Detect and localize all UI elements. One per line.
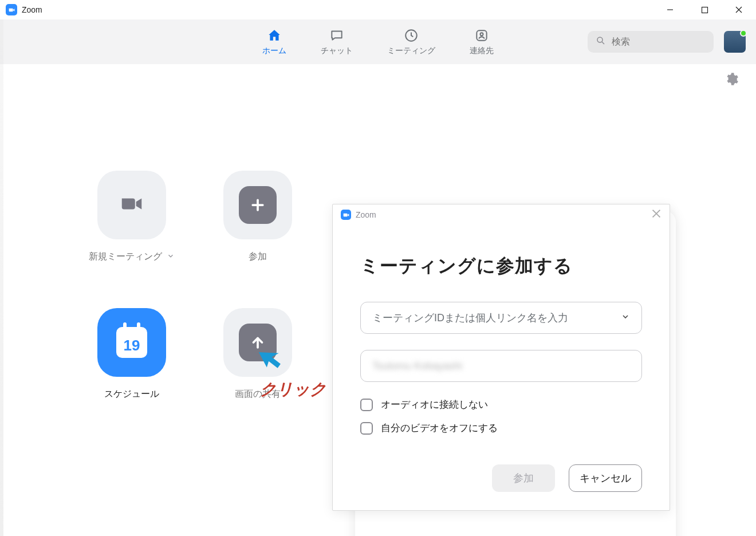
avatar[interactable] [724,31,746,53]
calendar-day: 19 [124,337,140,354]
svg-line-8 [602,42,604,44]
titlebar-title: Zoom [22,5,42,14]
schedule-button[interactable]: 19 [97,308,166,377]
chat-icon [329,27,344,44]
checkbox-no-audio[interactable]: オーディオに接続しない [360,398,642,411]
search-box[interactable] [588,31,714,53]
dialog-buttons: 参加 キャンセル [360,464,642,492]
join-button[interactable] [223,171,292,239]
zoom-logo-icon [6,4,17,15]
dialog-header: Zoom [333,204,670,225]
maximize-button[interactable] [687,0,722,19]
dialog-body: ミーティングに参加する ミーティングIDまたは個人リンク名を入力 Tsutomu… [333,225,670,492]
plus-icon [239,186,277,224]
svg-rect-1 [702,7,707,13]
navbar: ホーム チャット ミーティング 連絡先 [0,19,756,64]
settings-row [0,64,756,96]
home-icon [267,27,282,44]
tab-label: チャット [321,46,353,56]
name-value: Tsutomu Kobayashi [372,360,462,372]
clock-icon [404,27,419,44]
new-meeting-button[interactable] [97,171,166,239]
video-icon [119,191,145,219]
tile-share-screen: 画面の共有 [195,308,321,446]
join-dialog: Zoom ミーティングに参加する ミーティングIDまたは個人リンク名を入力 Ts… [332,204,670,511]
share-screen-button[interactable] [223,308,292,377]
tile-join: 参加 [195,171,321,308]
search-input[interactable] [612,37,706,47]
svg-point-7 [597,37,603,42]
action-tiles: 新規ミーティング 参加 19 スケジュール [69,171,321,446]
tab-label: ミーティング [387,46,435,56]
dialog-heading: ミーティングに参加する [360,254,642,279]
join-label: 参加 [249,251,267,263]
window-controls [653,0,756,19]
meeting-id-field[interactable]: ミーティングIDまたは個人リンク名を入力 [360,302,642,334]
tab-chat[interactable]: チャット [321,27,353,56]
tab-home[interactable]: ホーム [262,27,286,56]
close-button[interactable] [722,0,756,19]
chevron-down-icon[interactable] [621,312,630,324]
checkbox-video-off[interactable]: 自分のビデオをオフにする [360,421,642,435]
left-window-edge [0,19,3,536]
dialog-join-button[interactable]: 参加 [492,464,555,492]
svg-point-6 [481,33,483,36]
tab-label: 連絡先 [470,46,494,56]
titlebar: Zoom [0,0,756,19]
arrow-up-icon [239,324,277,361]
tile-new-meeting: 新規ミーティング [69,171,195,308]
dialog-window-title: Zoom [356,210,376,219]
new-meeting-label: 新規ミーティング [89,251,162,263]
chevron-down-icon[interactable] [167,252,175,262]
titlebar-left: Zoom [6,4,42,15]
dialog-checkboxes: オーディオに接続しない 自分のビデオをオフにする [360,398,642,435]
dialog-cancel-button[interactable]: キャンセル [569,464,642,492]
checkbox-label: 自分のビデオをオフにする [381,421,498,435]
main-area: 新規ミーティング 参加 19 スケジュール [0,96,756,536]
gear-icon[interactable] [724,72,739,89]
checkbox-icon [360,422,373,435]
schedule-label: スケジュール [104,388,159,400]
share-screen-label: 画面の共有 [235,388,281,400]
calendar-icon: 19 [116,327,147,358]
tab-contacts[interactable]: 連絡先 [470,27,494,56]
tab-meetings[interactable]: ミーティング [387,27,435,56]
name-field[interactable]: Tsutomu Kobayashi [360,350,642,382]
zoom-logo-icon [341,210,351,220]
minimize-button[interactable] [653,0,687,19]
tile-schedule: 19 スケジュール [69,308,195,446]
tab-label: ホーム [262,46,286,56]
contacts-icon [474,27,489,44]
checkbox-icon [360,399,373,411]
meeting-id-placeholder: ミーティングIDまたは個人リンク名を入力 [372,311,568,325]
checkbox-label: オーディオに接続しない [381,398,488,411]
dialog-close-button[interactable] [651,208,662,222]
search-icon [596,36,606,48]
nav-tabs: ホーム チャット ミーティング 連絡先 [262,27,494,56]
presence-dot-icon [740,30,747,37]
nav-right [588,31,746,53]
